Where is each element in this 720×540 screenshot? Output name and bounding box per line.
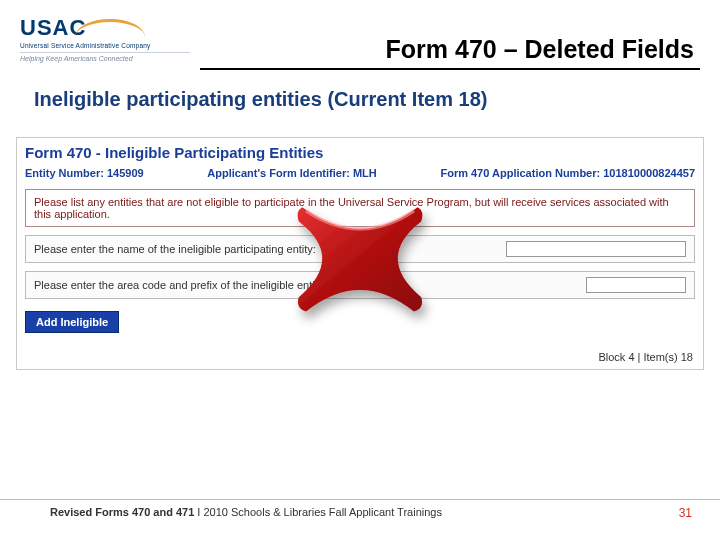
entity-areacode-row: Please enter the area code and prefix of… <box>25 271 695 299</box>
entity-name-input[interactable] <box>506 241 686 257</box>
entity-number: Entity Number: 145909 <box>25 167 144 179</box>
form-screenshot: Form 470 - Ineligible Participating Enti… <box>16 137 704 370</box>
entity-areacode-label: Please enter the area code and prefix of… <box>34 279 326 291</box>
page-number: 31 <box>679 506 692 520</box>
logo-tagline: Helping Keep Americans Connected <box>20 52 190 62</box>
slide-title: Form 470 – Deleted Fields <box>200 35 700 64</box>
title-underline: Form 470 – Deleted Fields <box>200 35 700 70</box>
block-item-label: Block 4 | Item(s) 18 <box>17 341 703 369</box>
footer-text: Revised Forms 470 and 471 I 2010 Schools… <box>50 506 442 520</box>
logo-subtext: Universal Service Administrative Company <box>20 42 190 49</box>
form-heading: Form 470 - Ineligible Participating Enti… <box>17 138 703 165</box>
slide-footer: Revised Forms 470 and 471 I 2010 Schools… <box>0 499 720 520</box>
usac-logo: USAC Universal Service Administrative Co… <box>20 15 190 70</box>
add-ineligible-button[interactable]: Add Ineligible <box>25 311 119 333</box>
entity-areacode-input[interactable] <box>586 277 686 293</box>
entity-name-label: Please enter the name of the ineligible … <box>34 243 316 255</box>
form-identifier: Applicant's Form Identifier: MLH <box>207 167 376 179</box>
entity-name-row: Please enter the name of the ineligible … <box>25 235 695 263</box>
application-number: Form 470 Application Number: 10181000082… <box>440 167 695 179</box>
form-meta-row: Entity Number: 145909 Applicant's Form I… <box>17 165 703 185</box>
instruction-box: Please list any entities that are not el… <box>25 189 695 227</box>
slide-subheading: Ineligible participating entities (Curre… <box>0 70 720 111</box>
slide-header: USAC Universal Service Administrative Co… <box>0 0 720 70</box>
